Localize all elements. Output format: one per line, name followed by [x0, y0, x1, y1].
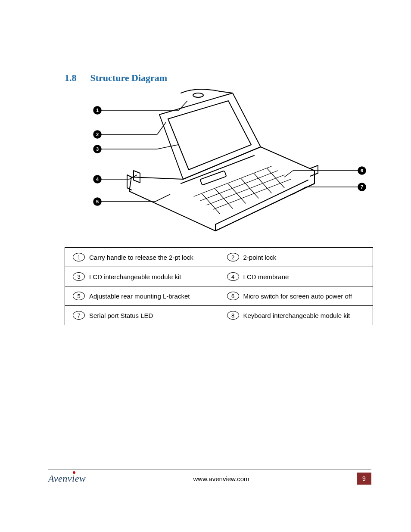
structure-diagram: 1 2 3 4 5 6 7	[90, 89, 371, 240]
callout-1: 1	[96, 108, 99, 113]
parts-table: 1 Carry handle to release the 2-pt lock …	[65, 247, 373, 325]
callout-7: 7	[361, 184, 363, 190]
svg-line-14	[155, 194, 170, 202]
part-number: 8	[227, 311, 239, 320]
table-row: 7 Serial port Status LED 8 Keyboard inte…	[65, 306, 373, 325]
svg-line-8	[157, 145, 178, 149]
part-label: 2-point lock	[243, 254, 277, 261]
brand-logo: Avenview	[48, 473, 86, 484]
part-label: Adjustable rear mounting L-bracket	[89, 292, 190, 300]
footer-url: www.avenview.com	[86, 475, 357, 482]
part-label: Serial port Status LED	[89, 312, 153, 319]
table-row: 5 Adjustable rear mounting L-bracket 6 M…	[65, 286, 373, 306]
part-number: 2	[227, 253, 239, 261]
heading-number: 1.8	[65, 72, 88, 84]
table-row: 1 Carry handle to release the 2-pt lock …	[65, 248, 373, 267]
part-number: 4	[227, 272, 239, 281]
part-number: 1	[73, 253, 85, 261]
callout-4: 4	[96, 177, 99, 182]
part-number: 3	[73, 272, 85, 281]
part-label: Micro switch for screen auto power off	[243, 292, 352, 300]
svg-point-21	[193, 93, 203, 97]
callout-5: 5	[96, 199, 99, 204]
part-label: LCD membrane	[243, 273, 289, 280]
section-heading: 1.8 Structure Diagram	[65, 72, 375, 84]
page-number: 9	[357, 473, 371, 485]
svg-line-17	[284, 171, 293, 177]
diagram-svg: 1 2 3 4 5 6 7	[90, 89, 371, 240]
part-label: LCD interchangeable module kit	[89, 273, 181, 280]
svg-rect-22	[200, 171, 226, 185]
footer-divider	[48, 470, 371, 470]
part-number: 6	[227, 292, 239, 300]
page-footer: Avenview www.avenview.com 9	[48, 470, 371, 485]
callout-2: 2	[96, 132, 99, 137]
table-row: 3 LCD interchangeable module kit 4 LCD m…	[65, 267, 373, 286]
callout-6: 6	[361, 168, 363, 173]
heading-title: Structure Diagram	[90, 72, 168, 83]
part-number: 5	[73, 292, 85, 300]
callout-3: 3	[96, 146, 99, 152]
part-label: Carry handle to release the 2-pt lock	[89, 254, 193, 261]
part-number: 7	[73, 311, 85, 320]
part-label: Keyboard interchangeable module kit	[243, 312, 350, 319]
